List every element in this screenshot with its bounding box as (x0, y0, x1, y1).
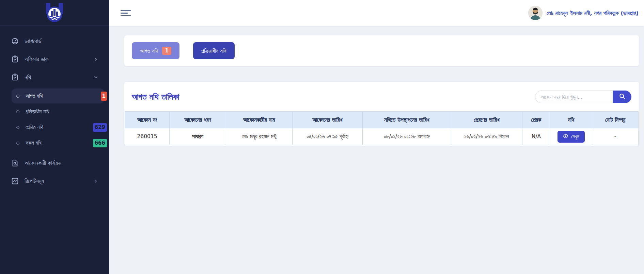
sidebar-item-dashboard[interactable]: ড্যাশবোর্ড (4, 33, 105, 49)
main-area: মোঃ রাহেনুল ইসলাম রনী, নগর পরিকল্পক (ভার… (109, 0, 644, 274)
chevron-right-icon (93, 57, 98, 62)
col-applicant-name: আবেদনকারীর নাম (226, 112, 293, 128)
city-corporation-logo-icon (45, 3, 64, 23)
nothi-submenu: আগত নথি 1 প্রক্রিয়াধীন নথি প্রেরিত নথি … (0, 87, 109, 153)
tab-inprocess-files[interactable]: প্রক্রিয়াধীন নথি (193, 42, 235, 59)
hamburger-menu-icon[interactable] (121, 8, 131, 18)
tab-incoming-files[interactable]: আগত নথি 1 (132, 42, 179, 59)
col-sender: প্রেরক (522, 112, 550, 128)
sidebar-item-label: ড্যাশবোর্ড (25, 38, 41, 45)
page-title: আগত নথি তালিকা (132, 92, 179, 102)
top-header: মোঃ রাহেনুল ইসলাম রনী, নগর পরিকল্পক (ভার… (109, 0, 644, 26)
sidebar-nav: ড্যাশবোর্ড অফিসার ডাক নথি (0, 26, 109, 191)
eye-icon (563, 133, 568, 140)
table-header-row: আবেদন নং আবেদনের ধরণ আবেদনকারীর নাম আবেদ… (125, 112, 639, 128)
search-bar (535, 91, 631, 103)
sidebar-item-applicant-activity[interactable]: আবেদনকারী কার্যক্রম (4, 155, 105, 171)
sidebar-item-label: অফিসার ডাক (25, 56, 48, 63)
col-application-no: আবেদন নং (125, 112, 170, 128)
sidebar-item-label: আবেদনকারী কার্যক্রম (25, 160, 61, 166)
incoming-files-card: আগত নথি তালিকা আবেদন নং (124, 82, 639, 146)
sidebar-item-label: রিপোর্টসমূহ (25, 178, 44, 184)
search-icon (619, 93, 626, 101)
col-sending-date: প্রেরণের তারিখ (451, 112, 522, 128)
bullet-icon (16, 126, 19, 129)
col-application-type: আবেদনের ধরণ (170, 112, 226, 128)
sidebar: ড্যাশবোর্ড অফিসার ডাক নথি (0, 0, 109, 274)
sent-count-badge: 629 (93, 123, 107, 132)
view-button-label: দেখুন (571, 134, 579, 140)
cell-applicant-name: মোঃ মঞ্জুর রহমান মন্টু (226, 128, 293, 145)
sidebar-subitem-incoming-files[interactable]: আগত নথি 1 (12, 88, 104, 103)
clipboard-check-icon (11, 55, 19, 63)
view-file-button[interactable]: দেখুন (557, 131, 584, 143)
tab-label: আগত নথি (140, 48, 158, 54)
cell-sender: N/A (522, 128, 550, 145)
all-count-badge: 666 (93, 139, 107, 147)
cell-sending-date: ১৬/০২/২৬ ০৩:৫৯ বিকেল (451, 128, 522, 145)
table-row: 260015 সাধারণ মোঃ মঞ্জুর রহমান মন্টু ০৫/… (125, 128, 639, 145)
search-button[interactable] (613, 91, 631, 103)
report-chart-icon (11, 177, 19, 185)
incoming-files-table: আবেদন নং আবেদনের ধরণ আবেদনকারীর নাম আবেদ… (125, 111, 639, 145)
cell-application-type: সাধারণ (170, 128, 226, 145)
clipboard-check-icon (11, 73, 19, 81)
file-search-icon (11, 159, 19, 167)
cell-application-date: ০৫/০১/২৬ ০৭:১৫ পূর্বাহ্ন (292, 128, 363, 145)
bullet-icon (16, 95, 19, 98)
col-file: নথি (550, 112, 592, 128)
subitem-label: প্রেরিত নথি (26, 124, 43, 130)
search-input[interactable] (535, 91, 613, 103)
chevron-down-icon (93, 75, 98, 80)
incoming-count-badge: 1 (101, 92, 107, 101)
bullet-icon (16, 142, 19, 145)
subitem-label: আগত নথি (26, 93, 43, 99)
sidebar-item-reports[interactable]: রিপোর্টসমূহ (4, 173, 105, 189)
cell-file: দেখুন (550, 128, 592, 145)
tabs-card: আগত নথি 1 প্রক্রিয়াধীন নথি (124, 35, 639, 66)
dashboard-icon (11, 37, 19, 45)
table-head: আগত নথি তালিকা (124, 82, 639, 111)
col-note-status: নোট নিষ্পন্ন (592, 112, 639, 128)
org-logo (0, 0, 109, 26)
subitem-label: সকল নথি (26, 140, 42, 146)
col-application-date: আবেদনের তারিখ (292, 112, 363, 128)
sidebar-subitem-all-files[interactable]: সকল নথি 666 (12, 135, 104, 150)
subitem-label: প্রক্রিয়াধীন নথি (26, 109, 49, 115)
sidebar-subitem-inprocess-files[interactable]: প্রক্রিয়াধীন নথি (12, 104, 104, 119)
page-content: আগত নথি 1 প্রক্রিয়াধীন নথি আগত নথি তালি… (109, 26, 644, 274)
cell-presentation-date: ০৮/০১/২৬ ০১:৫৮ অপরাহ্ন (363, 128, 451, 145)
tab-label: প্রক্রিয়াধীন নথি (201, 48, 226, 54)
chevron-right-icon (93, 179, 98, 183)
sidebar-item-nothi[interactable]: নথি (4, 69, 105, 85)
bullet-icon (16, 110, 19, 113)
tab-count-badge: 1 (162, 47, 171, 55)
user-menu[interactable]: মোঃ রাহেনুল ইসলাম রনী, নগর পরিকল্পক (ভার… (528, 6, 639, 20)
user-name: মোঃ রাহেনুল ইসলাম রনী, নগর পরিকল্পক (ভার… (547, 10, 639, 16)
cell-note-status: - (592, 128, 639, 145)
col-presentation-date: নথিতে উপস্থাপনের তারিখ (363, 112, 451, 128)
sidebar-item-label: নথি (25, 74, 31, 81)
cell-application-no: 260015 (125, 128, 170, 145)
sidebar-subitem-sent-files[interactable]: প্রেরিত নথি 629 (12, 120, 104, 135)
avatar (528, 6, 543, 20)
sidebar-item-officer-dak[interactable]: অফিসার ডাক (4, 51, 105, 67)
